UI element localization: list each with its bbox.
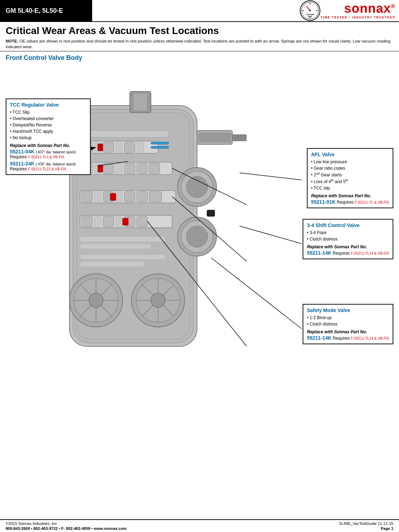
afl-symptom-1: Low line pressure [311, 159, 389, 165]
brand-area: VACUUM TEST sonnax® TIME TESTED • INDUST… [92, 0, 399, 21]
tcc-part-2: 55211-24K (.476" dia. balance spool) Req… [10, 161, 86, 171]
afl-symptom-3: 2nd Gear starts [311, 171, 389, 178]
safety-part-1: 55211-14K Requires F-55211-TL14 & VB-FIX [307, 335, 389, 341]
svg-point-56 [186, 176, 208, 198]
shift34-replace-label: Replace with Sonnax Part No. [307, 244, 389, 249]
svg-rect-47 [82, 216, 92, 227]
svg-rect-75 [80, 130, 169, 137]
svg-rect-27 [151, 146, 169, 148]
svg-point-67 [89, 293, 103, 307]
tcc-symptom-2: Overheated converter [10, 115, 86, 122]
page-footer: ©2015 Sonnax Industries, Inc. 5L40E_VacT… [0, 519, 399, 532]
note-text: OE valves are shown in rest position and… [6, 39, 390, 49]
svg-rect-35 [149, 163, 160, 174]
tcc-part-1: 55211-04K (.437" dia. balance spool) Req… [10, 149, 86, 159]
svg-rect-32 [116, 163, 123, 174]
tcc-symptom-5: No lockup [10, 135, 86, 141]
safety-symptom-2: Clutch distress [307, 321, 389, 327]
afl-requires-1: F-55211-TL & VB-FIX [355, 200, 389, 204]
svg-rect-48 [94, 216, 101, 227]
svg-line-87 [240, 226, 302, 244]
shift34-requires-1: F-55211-TL14 & VB-FIX [351, 251, 389, 255]
svg-rect-76 [80, 237, 165, 242]
footer-copyright: ©2015 Sonnax Industries, Inc. [6, 521, 58, 526]
title-area: Critical Wear Areas & Vacuum Test Locati… [0, 22, 399, 51]
safety-symptom-1: 1-2 Bind-up [307, 315, 389, 321]
svg-text:TEST: TEST [308, 16, 312, 18]
svg-rect-17 [232, 135, 247, 141]
svg-rect-39 [94, 192, 101, 202]
svg-rect-49 [103, 216, 114, 227]
afl-symptom-4: Loss of 4th and 5th [311, 178, 389, 185]
afl-box-title: AFL Valve [311, 152, 389, 157]
footer-contact: 800-843-2600 • 802-463-9722 • F: 802-463… [6, 526, 127, 531]
tcc-part-detail-2: (.476" dia. balance spool) [36, 162, 76, 166]
svg-rect-79 [80, 261, 144, 267]
tcc-symptoms-list: TCC Slip Overheated converter Delayed/No… [10, 109, 86, 141]
shift34-symptom-1: 3-4 Flare [307, 230, 389, 236]
svg-rect-25 [98, 144, 103, 151]
svg-rect-41 [116, 192, 123, 202]
afl-replace-label: Replace with Sonnax Part No. [311, 193, 389, 198]
svg-rect-43 [137, 192, 147, 202]
svg-line-86 [240, 173, 302, 180]
afl-part-number-1: 55211-01K [311, 199, 336, 205]
svg-rect-14 [133, 93, 147, 111]
section-heading: Front Control Valve Body [0, 51, 399, 63]
afl-symptom-5: TCC slip [311, 185, 389, 191]
tcc-regulator-box: TCC Regulator Valve TCC Slip Overheated … [6, 98, 91, 175]
shift34-valve-box: 3-4 Shift Control Valve 3-4 Flare Clutch… [303, 219, 393, 259]
brand-tagline: TIME TESTED • INDUSTRY TRUSTED® [321, 16, 395, 19]
afl-symptoms-list: Low line pressure Gear ratio codes 2nd G… [311, 159, 389, 191]
tcc-replace-label: Replace with Sonnax Part No. [10, 143, 86, 148]
tcc-requires-label-1: Requires [10, 154, 28, 159]
safety-valve-box: Safety Mode Valve 1-2 Bind-up Clutch dis… [303, 304, 393, 344]
svg-rect-36 [98, 165, 103, 172]
safety-requires-label-1: Requires [333, 336, 351, 341]
footer-doc-ref: 5L40E_VacTestGuide 11-11-15 [339, 521, 393, 526]
tcc-part-number-2: 55211-24K [10, 161, 34, 166]
safety-requires-1: F-55211-TL14 & VB-FIX [351, 336, 389, 340]
svg-rect-44 [149, 192, 162, 202]
shift34-symptoms-list: 3-4 Flare Clutch distress [307, 230, 389, 242]
safety-part-number-1: 55211-14K [307, 335, 331, 341]
shift34-part-number-1: 55211-14K [307, 250, 331, 256]
safety-symptoms-list: 1-2 Bind-up Clutch distress [307, 315, 389, 327]
footer-row-1: ©2015 Sonnax Industries, Inc. 5L40E_VacT… [6, 521, 393, 526]
svg-rect-77 [80, 244, 151, 249]
page-header: GM 5L40-E, 5L50-E VACUUM TEST [0, 0, 399, 22]
svg-rect-52 [137, 216, 147, 227]
svg-rect-50 [116, 216, 123, 227]
safety-box-title: Safety Mode Valve [307, 307, 389, 313]
shift34-part-1: 55211-14K Requires F-55211-TL14 & VB-FIX [307, 250, 389, 256]
svg-rect-31 [103, 163, 114, 174]
afl-valve-box: AFL Valve Low line pressure Gear ratio c… [307, 148, 393, 208]
main-content: TCC Regulator Valve TCC Slip Overheated … [0, 63, 399, 382]
page-note: NOTE: OE valves are shown in rest positi… [6, 38, 393, 50]
tcc-requires-label-2: Requires [10, 166, 28, 171]
svg-rect-38 [82, 192, 92, 202]
footer-page: Page 1 [381, 526, 393, 531]
svg-rect-24 [137, 142, 144, 152]
svg-rect-57 [207, 210, 215, 216]
shift34-requires-label-1: Requires [333, 251, 351, 256]
svg-rect-45 [110, 193, 116, 200]
footer-row-2: 800-843-2600 • 802-463-9722 • F: 802-463… [6, 526, 393, 531]
svg-rect-16 [199, 133, 231, 142]
tcc-requires-2: F-55211-TL22 & VB-FIX [28, 167, 66, 171]
sonnax-logo: sonnax® TIME TESTED • INDUSTRY TRUSTED® [321, 2, 395, 19]
svg-rect-26 [151, 142, 169, 144]
svg-rect-23 [124, 142, 135, 152]
svg-rect-33 [124, 163, 135, 174]
vacuum-test-icon: VACUUM TEST [299, 0, 321, 21]
shift34-symptom-2: Clutch distress [307, 236, 389, 242]
tcc-part-number-1: 55211-04K [10, 149, 34, 154]
brand-name: sonnax® [344, 2, 395, 15]
svg-rect-42 [124, 192, 135, 202]
afl-part-1: 55211-01K Requires F-55211-TL & VB-FIX [311, 199, 389, 205]
svg-rect-78 [80, 254, 165, 260]
safety-replace-label: Replace with Sonnax Part No. [307, 329, 389, 334]
afl-requires-label-1: Requires [337, 200, 355, 205]
tcc-part-detail-1: (.437" dia. balance spool) [36, 150, 76, 154]
tcc-symptom-4: Harsh/soft TCC apply [10, 128, 86, 135]
